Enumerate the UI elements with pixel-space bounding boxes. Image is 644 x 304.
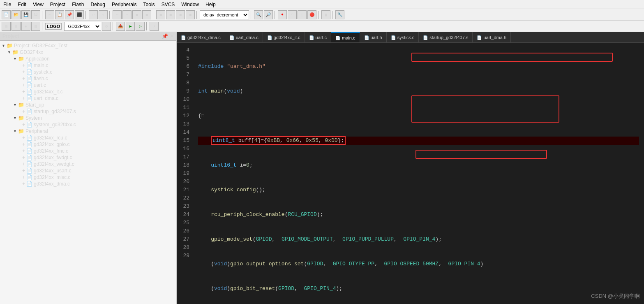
tb-find2[interactable]: 🔎 [264, 10, 273, 19]
tree-gd32f4xx[interactable]: ▼ 📁 GD32F4xx [0, 49, 176, 56]
tree-dma-c[interactable]: + 📄 gd32f4xx_dma.c [0, 181, 176, 187]
tab-uart-dma-h[interactable]: 📄 uart_dma.h [473, 32, 511, 43]
tb-cut[interactable]: ✂ [45, 10, 54, 19]
tb2-manage[interactable]: ⚙ [102, 22, 111, 31]
tb-undo[interactable]: ↩ [89, 10, 98, 19]
tb2-extra[interactable]: ⚡ [150, 22, 159, 31]
tree-system[interactable]: ▼ 📁 System [0, 115, 176, 121]
tb-circle[interactable]: ● [278, 10, 287, 19]
no-expand: + [22, 148, 26, 154]
project-header: Project 📌 ✕ [0, 32, 176, 41]
tb2-load[interactable]: 📥 [116, 22, 125, 31]
tb-undo1[interactable]: ⬛ [75, 10, 84, 19]
menu-view[interactable]: View [30, 1, 47, 8]
no-expand: + [22, 161, 26, 167]
tb2-btn2[interactable]: ▤ [12, 22, 21, 31]
tree-flash-c[interactable]: + 📄 flash.c [0, 75, 176, 82]
tree-usart-c[interactable]: + 📄 gd32f4xx_usart.c [0, 167, 176, 174]
menu-edit[interactable]: Edit [14, 1, 30, 8]
tree-label: Application [25, 56, 50, 62]
tree-main-c[interactable]: + 📄 main.c [0, 62, 176, 69]
menu-file[interactable]: File [0, 1, 14, 8]
tb-copy[interactable]: 📋 [55, 10, 64, 19]
tb-ref2[interactable]: ◼ [142, 10, 151, 19]
tb-ref5[interactable]: ◼ [176, 10, 185, 19]
tab-icon: 📄 [309, 35, 314, 40]
tree-system-gd32[interactable]: + 📄 system_gd32f4xx.c [0, 121, 176, 128]
tb-paste[interactable]: 📌 [65, 10, 74, 19]
tb-open[interactable]: 📂 [12, 10, 21, 19]
sep5 [196, 11, 198, 19]
menu-tools[interactable]: Tools [140, 1, 158, 8]
tree-label: main.c [34, 63, 48, 68]
tree-gpio-c[interactable]: + 📄 gd32f4xx_gpio.c [0, 141, 176, 148]
function-dropdown[interactable]: delay_decrement [200, 10, 249, 19]
tree-gd32-it-c[interactable]: + 📄 gd32f4xx_it.c [0, 88, 176, 95]
tab-uart-h[interactable]: 📄 uart.h [360, 32, 387, 43]
tree-wwdgt-c[interactable]: + 📄 gd32f4xx_wwdgt.c [0, 161, 176, 167]
tb2-btn4[interactable]: ▥ [31, 22, 40, 31]
tb-circle3[interactable]: ◯ [298, 10, 307, 19]
sep8 [318, 11, 320, 19]
tb-fwd[interactable]: → [122, 10, 132, 19]
tb-find1[interactable]: 🔍 [254, 10, 263, 19]
tab-gd32f4xx-dma[interactable]: 📄 gd32f4xx_dma.c [177, 32, 225, 43]
tree-systick-c[interactable]: + 📄 systick.c [0, 69, 176, 75]
tb2-btn3[interactable]: ◈ [21, 22, 30, 31]
tree-uart-c[interactable]: + 📄 uart.c [0, 82, 176, 88]
menu-svcs[interactable]: SVCS [158, 1, 178, 8]
tree-startup-s[interactable]: + 📄 startup_gd32f407.s [0, 108, 176, 115]
menu-bar: File Edit View Project Flash Debug Perip… [0, 0, 644, 9]
tb2-play2[interactable]: ▷ [136, 22, 145, 31]
expand-icon: ▼ [13, 116, 17, 120]
tab-systick[interactable]: 📄 systick.c [387, 32, 419, 43]
project-close[interactable]: ✕ [170, 33, 174, 39]
tb-save2[interactable]: 🖫 [31, 10, 40, 19]
code-content[interactable]: #include "uart_dma.h" int main(void) {□ … [193, 43, 644, 304]
tab-startup[interactable]: 📄 startup_gd32f407.s [419, 32, 473, 43]
menu-peripherals[interactable]: Peripherals [108, 1, 140, 8]
tree-peripheral[interactable]: ▼ 📁 Peripheral [0, 128, 176, 135]
tb-back[interactable]: ← [113, 10, 122, 19]
tab-uart-dma[interactable]: 📄 uart_dma.c [225, 32, 263, 43]
tb-ref1[interactable]: ◼ [132, 10, 141, 19]
tree-startup[interactable]: ▼ 📁 Start_up [0, 102, 176, 108]
tb-settings[interactable]: 🔧 [335, 10, 344, 19]
tab-gd32-it[interactable]: 📄 gd32f4xx_it.c [263, 32, 305, 43]
tree-uart-dma-c[interactable]: + 📄 uart_dma.c [0, 95, 176, 102]
menu-flash[interactable]: Flash [69, 1, 87, 8]
tb2-play[interactable]: ▶ [126, 22, 135, 31]
tab-uart[interactable]: 📄 uart.c [305, 32, 332, 43]
tab-main-c[interactable]: 📄 main.c [331, 32, 360, 43]
tab-icon: 📄 [267, 35, 272, 40]
tb-new[interactable]: 📄 [2, 10, 11, 19]
tree-misc-c[interactable]: + 📄 gd32f4xx_misc.c [0, 174, 176, 181]
menu-window[interactable]: Window [178, 1, 202, 8]
device-dropdown[interactable]: GD32F4xx [64, 22, 101, 31]
tree-fmc-c[interactable]: + 📄 gd32f4xx_fmc.c [0, 148, 176, 154]
no-expand: + [22, 168, 26, 174]
tb-circle4[interactable]: 🔴 [307, 10, 316, 19]
tree-rcu-c[interactable]: + 📄 gd32f4xx_rcu.c [0, 135, 176, 141]
tb-square[interactable]: ▣ [321, 10, 330, 19]
code-editor[interactable]: 4 5 6 7 8 9 10 11 12 13 14 15 16 17 18 1… [177, 43, 644, 304]
tb-save[interactable]: 💾 [21, 10, 30, 19]
tb-ref4[interactable]: ◼ [166, 10, 175, 19]
tree-fwdgt-c[interactable]: + 📄 gd32f4xx_fwdgt.c [0, 154, 176, 161]
tb2-btn1[interactable]: ▤ [2, 22, 11, 31]
project-pin[interactable]: 📌 [162, 33, 168, 39]
code-line-9: systick_config(); [198, 186, 639, 194]
menu-help[interactable]: Help [202, 1, 219, 8]
tb-circle2[interactable]: ○ [288, 10, 297, 19]
tree-application[interactable]: ▼ 📁 Application [0, 56, 176, 62]
tb-ref3[interactable]: ◼ [156, 10, 165, 19]
tree-project-root[interactable]: ▼ 📁 Project: GD32F4xx_Test [0, 42, 176, 49]
tb-redo[interactable]: ↪ [99, 10, 108, 19]
tree-label: systick.c [34, 69, 52, 75]
tab-label: gd32f4xx_it.c [274, 35, 300, 40]
menu-debug[interactable]: Debug [88, 1, 108, 8]
project-panel: Project 📌 ✕ ▼ 📁 Project: GD32F4xx_Test ▼… [0, 32, 177, 304]
menu-project[interactable]: Project [47, 1, 69, 8]
sep7 [275, 11, 276, 19]
tb-ref6[interactable]: ◼ [186, 10, 195, 19]
